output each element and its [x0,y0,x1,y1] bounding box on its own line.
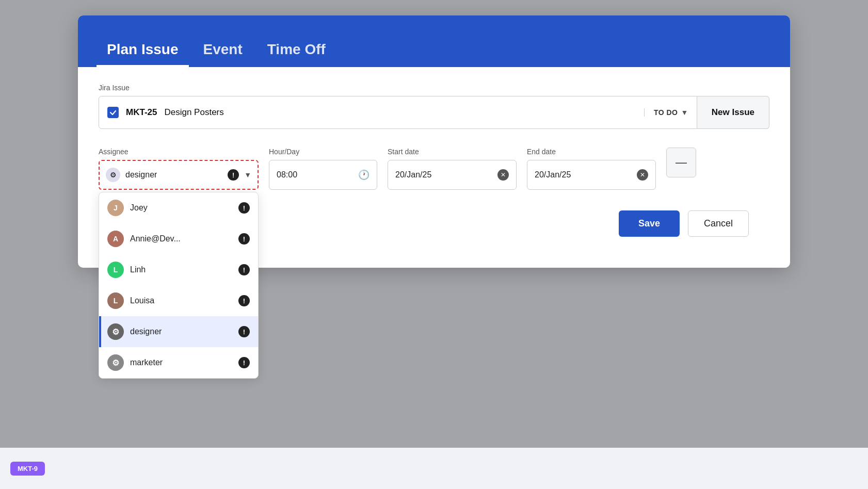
end-date-group: End date 20/Jan/25 ✕ [527,148,656,190]
modal-body: Jira Issue MKT-25 Design Posters TO DO ▼ [78,67,790,268]
hour-day-label: Hour/Day [269,148,377,156]
item-name-designer: designer [130,327,232,336]
fields-row: Assignee ⚙ designer ! ▼ J Joey ! [99,148,769,190]
dropdown-item-joey[interactable]: J Joey ! [99,192,258,223]
warning-annie: ! [238,233,250,244]
avatar-louisa: L [107,292,124,309]
bottom-bar: MKT-9 [0,448,868,489]
jira-issue-row: MKT-25 Design Posters TO DO ▼ New Issue [99,96,769,129]
item-name-annie: Annie@Dev... [130,234,232,243]
dropdown-item-annie[interactable]: A Annie@Dev... ! [99,223,258,254]
jira-issue-field[interactable]: MKT-25 Design Posters TO DO ▼ [99,96,697,129]
item-name-joey: Joey [130,203,232,213]
dash-button[interactable]: — [666,148,696,177]
assignee-field[interactable]: ⚙ designer ! ▼ [99,160,259,190]
modal-container: Plan Issue Event Time Off Jira Issue MKT… [78,15,790,268]
tab-time-off[interactable]: Time Off [257,34,336,67]
warning-joey: ! [238,202,250,214]
assignee-dropdown[interactable]: J Joey ! A Annie@Dev... ! L [99,192,259,379]
cancel-button[interactable]: Cancel [688,210,749,237]
start-date-clear-button[interactable]: ✕ [497,169,509,181]
assignee-dropdown-arrow: ▼ [244,171,251,179]
avatar-annie: A [107,231,124,247]
modal-backdrop: Plan Issue Event Time Off Jira Issue MKT… [0,0,868,489]
warning-designer: ! [238,326,250,337]
avatar-joey: J [107,200,124,216]
assignee-value: designer [125,170,222,180]
jira-checkbox[interactable] [107,107,119,118]
jira-issue-name: Design Posters [164,107,636,118]
jira-status-text: TO DO [654,108,678,117]
warning-marketer: ! [238,357,250,368]
hour-day-field[interactable]: 08:00 🕐 [269,160,377,190]
avatar-linh: L [107,262,124,278]
warning-linh: ! [238,264,250,275]
start-date-value: 20/Jan/25 [395,170,492,180]
end-date-label: End date [527,148,656,156]
end-date-field[interactable]: 20/Jan/25 ✕ [527,160,656,190]
save-button[interactable]: Save [619,210,680,237]
jira-status-field[interactable]: TO DO ▼ [644,108,688,117]
assignee-warning-icon: ! [228,169,239,181]
end-date-clear-button[interactable]: ✕ [637,169,648,181]
start-date-field[interactable]: 20/Jan/25 ✕ [388,160,517,190]
start-date-label: Start date [388,148,517,156]
item-name-marketer: marketer [130,358,232,367]
avatar-marketer: ⚙ [107,354,124,371]
start-date-group: Start date 20/Jan/25 ✕ [388,148,517,190]
item-name-louisa: Louisa [130,296,232,305]
assignee-puzzle-icon: ⚙ [106,168,120,182]
clock-icon: 🕐 [358,169,369,181]
item-name-linh: Linh [130,265,232,274]
dropdown-item-linh[interactable]: L Linh ! [99,254,258,285]
assignee-group: Assignee ⚙ designer ! ▼ J Joey ! [99,148,259,190]
dropdown-item-louisa[interactable]: L Louisa ! [99,285,258,316]
jira-issue-label: Jira Issue [99,84,769,92]
hour-day-value: 08:00 [277,170,353,180]
end-date-value: 20/Jan/25 [535,170,632,180]
tab-event[interactable]: Event [193,34,253,67]
assignee-label: Assignee [99,148,259,156]
warning-louisa: ! [238,295,250,306]
dropdown-item-marketer[interactable]: ⚙ marketer ! [99,347,258,378]
dropdown-item-designer[interactable]: ⚙ designer ! [99,316,258,347]
modal-header: Plan Issue Event Time Off [78,15,790,67]
mkt-badge: MKT-9 [10,462,45,476]
tab-plan-issue[interactable]: Plan Issue [97,34,189,67]
jira-issue-id: MKT-25 [126,107,157,118]
avatar-designer: ⚙ [107,323,124,340]
chevron-down-icon: ▼ [681,108,688,117]
new-issue-button[interactable]: New Issue [697,96,769,129]
hour-day-group: Hour/Day 08:00 🕐 [269,148,377,190]
